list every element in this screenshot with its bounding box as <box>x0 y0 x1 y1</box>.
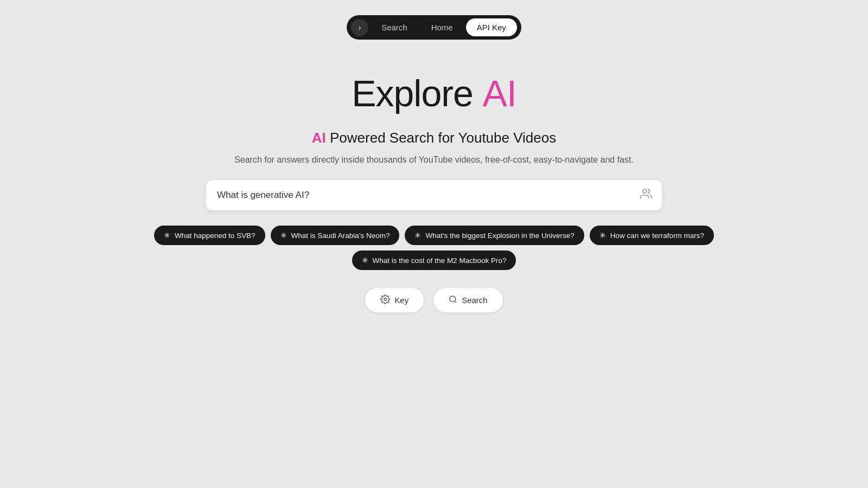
svg-point-1 <box>384 298 387 301</box>
suggestion-icon-3: ✳ <box>599 231 606 240</box>
action-buttons: Key Search <box>365 287 503 313</box>
subtitle-ai-text: AI <box>312 130 326 146</box>
gear-icon <box>380 294 390 306</box>
search-icon <box>449 295 457 305</box>
navbar: › Search Home API Key <box>347 15 521 40</box>
suggestions-row: ✳ What happened to SVB? ✳ What is Saudi … <box>108 226 760 270</box>
suggestion-text-3: How can we terraform mars? <box>610 232 704 240</box>
nav-back-button[interactable]: › <box>351 19 368 36</box>
suggestion-icon-1: ✳ <box>280 231 287 240</box>
suggestion-icon-4: ✳ <box>362 256 368 265</box>
description-text: Search for answers directly inside thous… <box>234 155 634 165</box>
svg-point-0 <box>643 189 647 193</box>
suggestion-icon-2: ✳ <box>414 231 421 240</box>
suggestion-pill-1[interactable]: ✳ What is Saudi Arabia's Neom? <box>271 226 400 245</box>
subtitle-rest-text: Powered Search for Youtube Videos <box>326 130 557 146</box>
search-button-label: Search <box>462 296 488 305</box>
search-input[interactable] <box>206 180 662 210</box>
nav-item-home[interactable]: Home <box>420 18 464 36</box>
nav-item-search[interactable]: Search <box>371 18 418 36</box>
svg-line-3 <box>455 301 456 303</box>
suggestion-text-2: What's the biggest Explosion in the Univ… <box>425 232 574 240</box>
suggestion-text-1: What is Saudi Arabia's Neom? <box>291 232 390 240</box>
suggestion-text-0: What happened to SVB? <box>175 232 256 240</box>
chevron-right-icon: › <box>359 23 361 32</box>
nav-item-apikey[interactable]: API Key <box>466 18 517 36</box>
suggestion-icon-0: ✳ <box>164 231 170 240</box>
key-button-label: Key <box>394 296 409 305</box>
key-button[interactable]: Key <box>365 287 424 313</box>
suggestion-pill-2[interactable]: ✳ What's the biggest Explosion in the Un… <box>405 226 584 245</box>
subtitle: AI Powered Search for Youtube Videos <box>312 130 557 146</box>
title-ai-text: AI <box>483 73 516 114</box>
user-icon <box>640 188 652 203</box>
page-title: Explore AI <box>352 72 516 114</box>
search-container <box>206 180 662 210</box>
suggestion-pill-0[interactable]: ✳ What happened to SVB? <box>154 226 265 245</box>
search-button[interactable]: Search <box>433 287 503 313</box>
main-content: Explore AI AI Powered Search for Youtube… <box>0 72 868 313</box>
suggestion-pill-4[interactable]: ✳ What is the cost of the M2 Macbook Pro… <box>352 251 516 270</box>
title-main-text: Explore <box>352 73 482 114</box>
suggestion-text-4: What is the cost of the M2 Macbook Pro? <box>373 256 507 265</box>
suggestion-pill-3[interactable]: ✳ How can we terraform mars? <box>590 226 714 245</box>
